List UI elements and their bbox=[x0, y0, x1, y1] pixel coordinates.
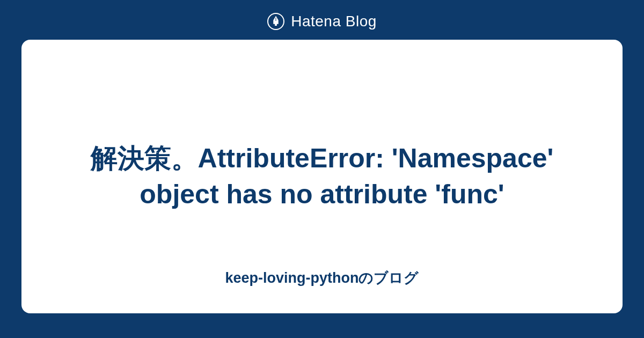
svg-rect-0 bbox=[275, 24, 277, 26]
blog-name: keep-loving-pythonのブログ bbox=[225, 268, 419, 288]
brand-header: Hatena Blog bbox=[267, 0, 377, 40]
article-card: 解決策。AttributeError: 'Namespace' object h… bbox=[21, 40, 623, 313]
brand-name: Hatena Blog bbox=[291, 13, 377, 30]
pen-icon bbox=[267, 13, 284, 30]
article-title: 解決策。AttributeError: 'Namespace' object h… bbox=[80, 141, 564, 213]
